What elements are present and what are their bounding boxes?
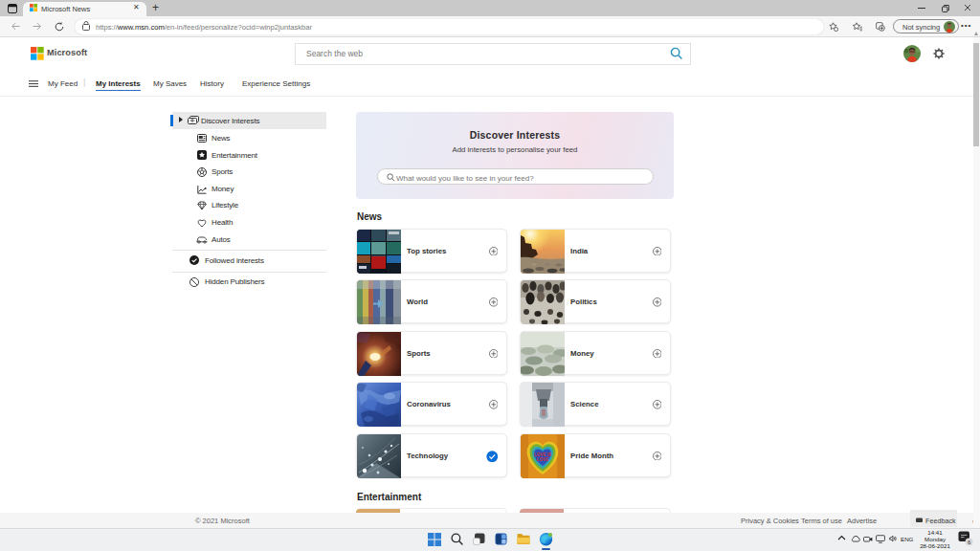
svg-text:LOVE: LOVE: [537, 456, 549, 461]
